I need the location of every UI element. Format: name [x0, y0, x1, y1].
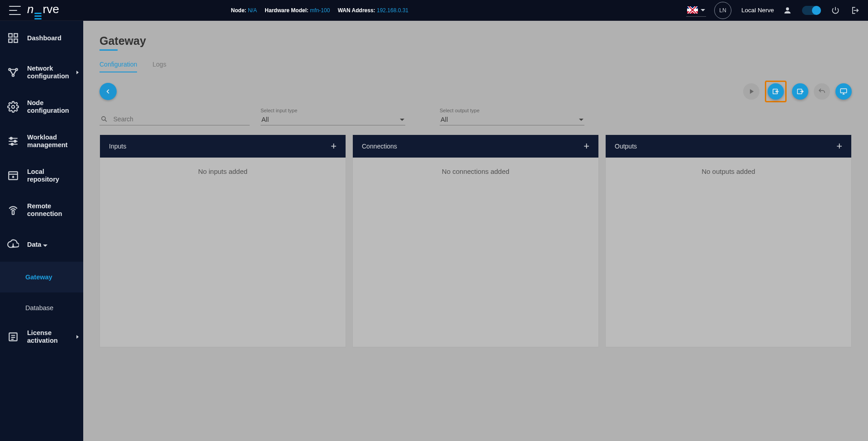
- back-button[interactable]: [100, 83, 117, 100]
- connections-body: No connections added: [353, 158, 598, 347]
- sidebar-item-node-configuration[interactable]: Node configuration: [0, 90, 83, 124]
- page-title: Gateway: [100, 34, 852, 48]
- chevron-left-icon: [105, 88, 111, 95]
- svg-point-7: [12, 105, 15, 109]
- chevron-down-icon: [701, 9, 705, 11]
- chevron-down-icon: [579, 119, 583, 121]
- column-title: Outputs: [615, 143, 637, 150]
- inputs-header: Inputs +: [100, 135, 346, 158]
- sidebar-item-local-repository[interactable]: Local repository: [0, 158, 83, 193]
- sidebar-item-dashboard[interactable]: Dashboard: [0, 21, 83, 55]
- svg-point-9: [14, 140, 16, 142]
- sidebar-item-label: Dashboard: [27, 34, 62, 42]
- svg-rect-16: [840, 89, 847, 93]
- svg-point-8: [10, 137, 12, 139]
- chevron-right-icon: [76, 71, 79, 74]
- column-title: Inputs: [109, 143, 126, 150]
- select-output-type[interactable]: Select output type All: [440, 108, 584, 125]
- hamburger-icon[interactable]: [9, 6, 21, 15]
- svg-point-6: [12, 74, 14, 76]
- language-selector[interactable]: [686, 4, 706, 17]
- wan-label: WAN Address:: [338, 7, 375, 14]
- svg-point-10: [11, 143, 13, 145]
- monitor-button[interactable]: [835, 83, 852, 100]
- hw-value: mfn-100: [310, 7, 330, 14]
- wan-value: 192.168.0.31: [377, 7, 408, 14]
- outputs-body: No outputs added: [606, 158, 851, 347]
- sidebar-item-label: Remote connection: [27, 202, 76, 217]
- chevron-right-icon: [76, 335, 79, 339]
- user-name: Local Nerve: [741, 7, 774, 14]
- sidebar-item-gateway[interactable]: Gateway: [0, 262, 83, 292]
- add-output-button[interactable]: +: [836, 141, 842, 151]
- undo-button[interactable]: [814, 83, 830, 100]
- select-label: Select output type: [440, 108, 584, 113]
- chevron-down-icon: [400, 119, 404, 121]
- add-connection-button[interactable]: +: [583, 141, 589, 151]
- node-label: Node:: [231, 7, 247, 14]
- inputs-body: No inputs added: [100, 158, 346, 347]
- outputs-header: Outputs +: [606, 135, 851, 158]
- svg-rect-1: [14, 34, 18, 37]
- user-icon[interactable]: [783, 6, 792, 15]
- sidebar-item-network-configuration[interactable]: Network configuration: [0, 55, 83, 90]
- tab-configuration[interactable]: Configuration: [100, 61, 137, 72]
- import-button[interactable]: [768, 83, 784, 100]
- node-info: Node: N/A Hardware Model: mfn-100 WAN Ad…: [231, 7, 408, 14]
- inputs-column: Inputs + No inputs added: [100, 134, 346, 347]
- power-icon[interactable]: [831, 6, 840, 15]
- connections-header: Connections +: [353, 135, 598, 158]
- svg-rect-0: [9, 34, 12, 37]
- monitor-icon: [840, 87, 848, 96]
- svg-rect-2: [9, 39, 12, 43]
- svg-rect-3: [14, 39, 18, 43]
- logout-icon[interactable]: [850, 6, 859, 15]
- export-button[interactable]: [792, 83, 808, 100]
- network-icon: [7, 67, 19, 78]
- data-icon: [7, 239, 19, 250]
- gateway-columns: Inputs + No inputs added Connections +: [100, 134, 852, 347]
- search-field[interactable]: [113, 115, 249, 123]
- search-input[interactable]: [100, 113, 250, 125]
- sidebar-item-license-activation[interactable]: License activation: [0, 323, 83, 350]
- repository-icon: [7, 170, 19, 182]
- sidebar-item-label: Database: [25, 304, 53, 312]
- title-underline: [100, 49, 118, 51]
- hw-label: Hardware Model:: [265, 7, 308, 14]
- tab-logs[interactable]: Logs: [152, 61, 166, 72]
- highlighted-import-button: [765, 81, 787, 102]
- sidebar: Dashboard Network configuration Node con…: [0, 21, 83, 441]
- import-icon: [772, 87, 780, 96]
- add-input-button[interactable]: +: [331, 141, 337, 151]
- sidebar-item-label: Network configuration: [27, 65, 76, 80]
- toggle-switch[interactable]: [802, 6, 821, 15]
- select-label: Select input type: [261, 108, 405, 113]
- topbar: n rve Node: N/A Hardware Model: mfn-100 …: [0, 0, 868, 21]
- sidebar-item-remote-connection[interactable]: Remote connection: [0, 193, 83, 227]
- avatar[interactable]: LN: [714, 2, 731, 19]
- sidebar-item-label: Data: [27, 241, 47, 249]
- sidebar-item-label: License activation: [27, 329, 76, 344]
- sliders-icon: [7, 135, 19, 147]
- undo-icon: [818, 87, 826, 96]
- select-value: All: [441, 116, 448, 123]
- export-icon: [796, 87, 804, 96]
- chevron-down-icon: [43, 244, 47, 247]
- play-button[interactable]: [743, 83, 759, 100]
- license-icon: [7, 331, 19, 343]
- node-value: N/A: [248, 7, 257, 14]
- gear-icon: [7, 101, 19, 113]
- connections-column: Connections + No connections added: [352, 134, 599, 347]
- tabs: Configuration Logs: [100, 61, 852, 72]
- sidebar-item-database[interactable]: Database: [0, 292, 83, 323]
- play-icon: [747, 87, 755, 96]
- main-content: Gateway Configuration Logs: [83, 21, 868, 441]
- outputs-column: Outputs + No outputs added: [605, 134, 852, 347]
- sidebar-item-label: Workload management: [27, 134, 76, 149]
- select-input-type[interactable]: Select input type All: [261, 108, 405, 125]
- sidebar-item-label: Gateway: [25, 273, 52, 281]
- sidebar-item-data[interactable]: Data: [0, 227, 83, 262]
- outputs-empty-text: No outputs added: [702, 168, 755, 175]
- svg-rect-12: [12, 211, 14, 215]
- sidebar-item-workload-management[interactable]: Workload management: [0, 124, 83, 158]
